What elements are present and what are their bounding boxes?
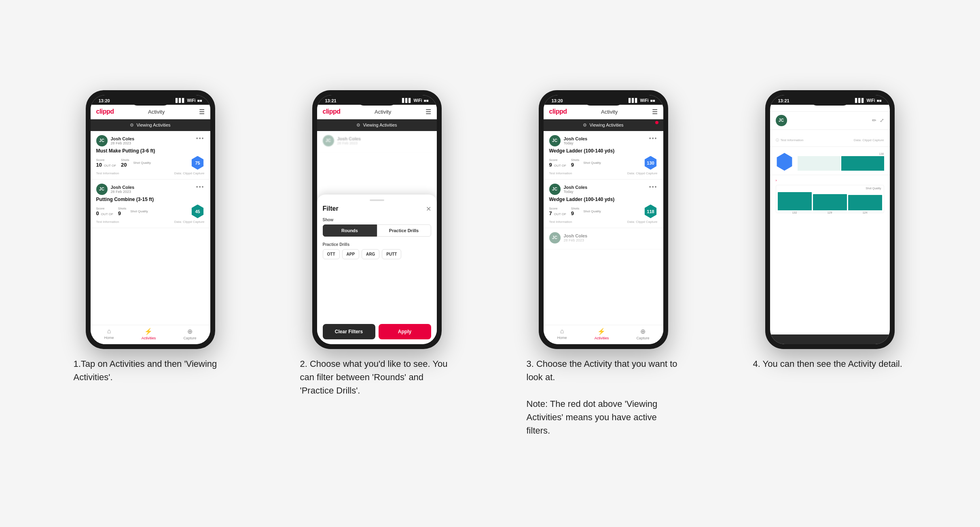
app-logo-3: clippd: [549, 108, 567, 115]
detail-practice-section-4: › Shot Quality 132: [770, 175, 890, 216]
avatar-1: JC: [96, 135, 108, 146]
nav-activities-1[interactable]: ⚡ Activities: [142, 328, 156, 340]
edit-icon-4[interactable]: ✏: [872, 117, 876, 123]
clear-filters-btn[interactable]: Clear Filters: [323, 324, 375, 339]
blurred-card-2: JC Josh Coles 28 Feb 2023: [317, 131, 437, 152]
dots-menu-3-1[interactable]: •••: [649, 135, 658, 142]
signal-3: ▋▋▋: [629, 98, 638, 103]
user-date-3-3: 28 Feb 2023: [564, 238, 588, 242]
home-label-3: Home: [557, 336, 567, 340]
activity-card-2[interactable]: JC Josh Coles 28 Feb 2023 ••• Putting Co…: [91, 180, 210, 228]
settings-icon-3: ⚙: [583, 123, 587, 128]
stat-sq-3-2: Shot Quality: [583, 210, 601, 213]
home-label-1: Home: [104, 336, 114, 340]
home-icon-1: ⌂: [107, 328, 111, 335]
activity-card-1[interactable]: JC Josh Coles 28 Feb 2023 ••• Must Make …: [91, 131, 210, 180]
dots-menu-1[interactable]: •••: [196, 135, 205, 142]
nav-capture-3[interactable]: ⊕ Capture: [636, 328, 649, 340]
blurred-user-name-2: Josh Coles: [337, 136, 361, 141]
stats-row-3-1: Score 9 OUT OF Shots 9: [549, 156, 658, 170]
mini-chart-bars-4: [778, 190, 882, 210]
filter-toggle-row-2: Rounds Practice Drills: [323, 224, 431, 237]
data-capture-1: Data: Clippd Capture: [174, 171, 205, 175]
mini-bar-3: [848, 195, 882, 210]
nav-activities-3[interactable]: ⚡ Activities: [595, 328, 609, 340]
time-1: 13:20: [99, 98, 110, 103]
blurred-card-header-2: JC Josh Coles 28 Feb 2023: [323, 135, 431, 146]
rounds-toggle-btn[interactable]: Rounds: [323, 224, 377, 237]
asq-chart-bars-4: [798, 156, 884, 171]
step2-description: 2. Choose what you'd like to see. You ca…: [300, 357, 454, 397]
stats-row-3-2: Score 7 OUT OF Shots 9: [549, 205, 658, 218]
user-info-2: JC Josh Coles 28 Feb 2023: [96, 184, 135, 195]
card-footer-3-2: Test Information Data: Clippd Capture: [549, 220, 658, 224]
signal-4: ▋▋▋: [855, 98, 865, 103]
shots-label-3-1: Shots: [571, 158, 579, 162]
activities-label-3: Activities: [595, 336, 609, 340]
expand-icon-4[interactable]: ⤢: [880, 117, 884, 123]
dots-menu-2[interactable]: •••: [196, 184, 205, 190]
phone-content-1: JC Josh Coles 28 Feb 2023 ••• Must Make …: [91, 131, 210, 325]
battery-3: ■■: [650, 98, 655, 103]
card-header-2: JC Josh Coles 28 Feb 2023 •••: [96, 184, 205, 195]
user-details-1: Josh Coles 28 Feb 2023: [111, 136, 135, 145]
drill-ott[interactable]: OTT: [323, 249, 340, 259]
apply-btn[interactable]: Apply: [379, 324, 431, 339]
sq-label-2: Shot Quality: [130, 210, 148, 213]
score-label-2: Score: [96, 207, 114, 210]
score-label-3-1: Score: [549, 158, 567, 162]
practice-drills-toggle-btn[interactable]: Practice Drills: [377, 224, 431, 237]
user-name-3-1: Josh Coles: [564, 136, 588, 141]
drill-putt[interactable]: PUTT: [382, 249, 401, 259]
filter-close-btn-2[interactable]: ✕: [426, 205, 431, 213]
dots-menu-3-2[interactable]: •••: [649, 184, 658, 190]
practice-tag-sep-4: ›: [776, 178, 777, 182]
user-info-1: JC Josh Coles 28 Feb 2023: [96, 135, 135, 146]
step4-container: 13:21 ▋▋▋ WiFi ■■ JC: [729, 90, 931, 370]
activity-card-3-2[interactable]: JC Josh Coles Today ••• Wedge Ladder (10…: [544, 180, 663, 228]
test-info-3-2: Test Information: [549, 220, 572, 224]
user-info-3-2: JC Josh Coles Today: [549, 184, 588, 195]
hamburger-icon-2[interactable]: ☰: [425, 108, 431, 116]
data-capture-2: Data: Clippd Capture: [174, 220, 205, 224]
nav-home-1[interactable]: ⌂ Home: [104, 328, 114, 340]
drill-arg[interactable]: ARG: [362, 249, 379, 259]
phone-4-inner: 13:21 ▋▋▋ WiFi ■■ JC: [770, 95, 890, 344]
test-info-1: Test Information: [96, 171, 119, 175]
viewing-banner-3[interactable]: ⚙ Viewing Activities: [544, 119, 663, 131]
nav-home-3[interactable]: ⌂ Home: [557, 328, 567, 340]
home-icon-3: ⌂: [560, 328, 564, 335]
hamburger-icon-1[interactable]: ☰: [199, 108, 205, 116]
status-bar-1: 13:20 ▋▋▋ WiFi ■■: [91, 95, 210, 105]
step1-container: 13:20 ▋▋▋ WiFi ■■ clippd Activity ☰ ⚙: [49, 90, 252, 384]
signal-bars-1: ▋▋▋: [176, 98, 185, 103]
card-footer-1: Test Information Data: Clippd Capture: [96, 171, 205, 175]
stats-row-2: Score 0 OUT OF Shots 9: [96, 205, 205, 218]
activity-card-3-3[interactable]: JC Josh Coles 28 Feb 2023: [544, 228, 663, 250]
stat-shots-2: Shots 9: [118, 207, 126, 216]
sq-value-3-2: 118: [647, 209, 654, 214]
app-logo-2: clippd: [323, 108, 341, 115]
score-value-1: 10: [96, 162, 102, 168]
viewing-banner-2[interactable]: ⚙ Viewing Activities: [317, 119, 437, 131]
battery-2: ■■: [423, 98, 428, 103]
activity-card-3-1[interactable]: JC Josh Coles Today ••• Wedge Ladder (10…: [544, 131, 663, 180]
back-activities-btn-4[interactable]: [770, 334, 890, 344]
detail-user-section-4: JC ✏ ⤢: [770, 112, 890, 130]
outof-3-1: OUT OF: [554, 164, 566, 167]
status-icons-4: ▋▋▋ WiFi ■■: [855, 98, 881, 103]
viewing-banner-1[interactable]: ⚙ Viewing Activities: [91, 119, 210, 131]
nav-capture-1[interactable]: ⊕ Capture: [183, 328, 196, 340]
card-header-3-1: JC Josh Coles Today •••: [549, 135, 658, 146]
sq-value-1: 75: [195, 161, 200, 165]
filter-drills-label-2: Practice Drills: [323, 242, 431, 247]
score-value-3-2: 7: [549, 210, 552, 216]
avatar-2: JC: [96, 184, 108, 195]
activity-title-3-1: Wedge Ladder (100-140 yds): [549, 148, 658, 154]
hamburger-icon-3[interactable]: ☰: [652, 108, 658, 116]
shots-label-1: Shots: [121, 158, 129, 162]
drill-app[interactable]: APP: [342, 249, 360, 259]
phone-3-inner: 13:20 ▋▋▋ WiFi ■■ clippd Activity ☰ ⚙: [544, 95, 663, 344]
filter-drill-row-2: OTT APP ARG PUTT: [323, 249, 431, 259]
banner-text-3: Viewing Activities: [589, 123, 623, 127]
